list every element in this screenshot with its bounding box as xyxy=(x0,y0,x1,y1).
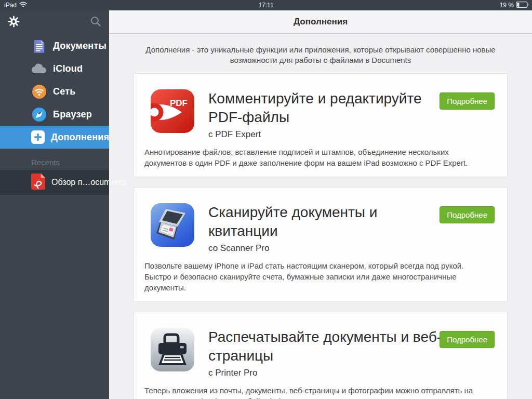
sidebar-item-browser[interactable]: Браузер xyxy=(0,103,109,126)
details-button[interactable]: Подробнее xyxy=(440,92,495,110)
sidebar-item-label: Браузер xyxy=(53,109,92,120)
page-title: Дополнения xyxy=(294,17,348,27)
pdf-file-icon xyxy=(31,174,45,192)
recent-file-item[interactable]: Обзор п…ocuments xyxy=(0,170,109,195)
addon-card-scanner-pro: Сканируйте документы и квитанции со Scan… xyxy=(134,187,508,302)
battery-percent: 19 % xyxy=(500,2,514,9)
addon-title: Комментируйте и редактируйте PDF-файлы xyxy=(208,89,447,127)
addon-title: Распечатывайте документы и веб-страницы xyxy=(208,328,447,365)
addons-list: PDF Комментируйте и редактируйте PDF-фай… xyxy=(134,73,508,399)
addon-description: Позвольте вашему iPhone и iPad стать нас… xyxy=(144,260,497,293)
sidebar-item-documents[interactable]: Документы xyxy=(0,34,109,57)
addon-card-printer-pro: Распечатывайте документы и веб-страницы … xyxy=(134,312,508,399)
details-button[interactable]: Подробнее xyxy=(440,331,495,348)
recents-section-label: Recents xyxy=(31,158,109,167)
scanner-pro-app-icon xyxy=(151,203,194,247)
sidebar: Документы iCloud Сеть Б xyxy=(0,10,109,399)
printer-pro-app-icon xyxy=(151,328,194,371)
cloud-icon xyxy=(31,63,47,74)
sidebar-item-icloud[interactable]: iCloud xyxy=(0,57,109,80)
clock: 17:11 xyxy=(0,2,532,9)
details-button[interactable]: Подробнее xyxy=(440,206,495,223)
pdf-expert-app-icon: PDF xyxy=(151,89,194,133)
battery-icon xyxy=(516,2,529,9)
plus-icon xyxy=(31,130,45,144)
addon-subtitle: с Printer Pro xyxy=(208,368,447,378)
addon-description: Теперь вложения из почты, документы, веб… xyxy=(144,385,497,399)
settings-gear-icon[interactable] xyxy=(8,16,20,30)
addon-card-pdf-expert: PDF Комментируйте и редактируйте PDF-фай… xyxy=(134,73,508,177)
document-icon xyxy=(31,39,47,53)
browser-compass-icon xyxy=(31,108,47,122)
svg-text:PDF: PDF xyxy=(170,98,188,108)
sidebar-item-label: Дополнения xyxy=(51,132,109,143)
page-header: Дополнения xyxy=(109,10,532,34)
sidebar-item-label: Документы xyxy=(53,41,107,51)
sidebar-item-label: Сеть xyxy=(53,86,75,97)
status-bar: iPad 17:11 19 % xyxy=(0,0,532,10)
recent-file-label: Обзор п…ocuments xyxy=(51,178,127,187)
addon-description: Аннотирование файлов, вставление подписе… xyxy=(144,147,497,168)
addon-subtitle: со Scanner Pro xyxy=(208,243,447,254)
network-wifi-icon xyxy=(31,85,47,99)
addon-subtitle: с PDF Expert xyxy=(208,129,447,140)
addon-title: Сканируйте документы и квитанции xyxy=(208,203,447,241)
sidebar-item-network[interactable]: Сеть xyxy=(0,80,109,103)
sidebar-item-addons[interactable]: Дополнения xyxy=(0,126,109,149)
main-content: Дополнения Дополнения - это уникальные ф… xyxy=(109,10,532,399)
sidebar-item-label: iCloud xyxy=(53,63,83,74)
intro-text: Дополнения - это уникальные функции или … xyxy=(139,45,502,65)
search-icon[interactable] xyxy=(90,16,101,29)
